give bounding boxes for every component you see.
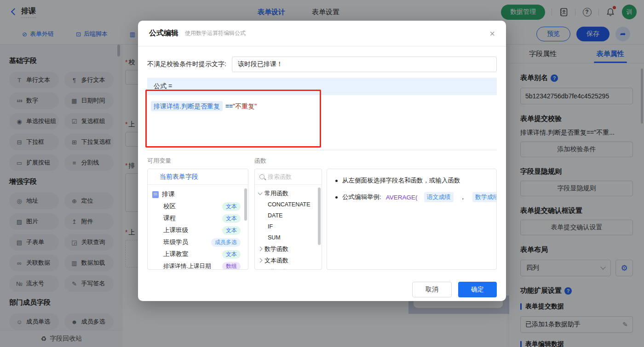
close-icon[interactable]: × (489, 29, 495, 38)
variable-item[interactable]: 课程文本 (152, 212, 243, 224)
bullet-dot (335, 180, 338, 182)
tip-line-1: 从左侧面板选择字段名和函数，或输入函数 (335, 176, 488, 185)
function-item-concatenate[interactable]: CONCATENATE (259, 199, 318, 210)
formula-edit-dialog: 公式编辑 使用数学运算符编辑公式 × 不满足校验条件时提示文字: 公式 = 排课… (138, 21, 506, 301)
functions-label: 函数 (254, 157, 266, 165)
type-badge: 文本 (222, 214, 241, 223)
variable-item[interactable]: 上课班级文本 (152, 224, 243, 236)
function-search-input[interactable] (268, 173, 314, 180)
formula-operator: == (225, 102, 233, 110)
variable-item[interactable]: 校区文本 (152, 200, 243, 212)
search-icon (259, 174, 264, 179)
variables-scrollbar[interactable] (244, 188, 247, 221)
function-group-math[interactable]: 数学函数 (259, 243, 318, 255)
tree-root-label: 排课 (162, 190, 175, 199)
dialog-subtitle: 使用数学运算符编辑公式 (185, 29, 246, 37)
variables-tree: 排课 校区文本 课程文本 上课班级文本 班级学员成员多选 上课教室文本 排课详情… (148, 185, 248, 270)
panels-row: 当前表单字段 排课 校区文本 课程文本 上课班级文本 班级学员成员多选 上课教室… (147, 169, 497, 270)
confirm-button[interactable]: 确定 (458, 282, 497, 297)
function-group-text[interactable]: 文本函数 (259, 255, 318, 266)
dialog-body: 不满足校验条件时提示文字: 公式 = 排课详情.判断是否重复=="不重复" 可用… (138, 57, 506, 311)
type-badge: 文本 (222, 202, 241, 211)
formula-header-bar: 公式 = (147, 78, 497, 95)
functions-panel: 常用函数 CONCATENATE DATE IF SUM 数学函数 文本函数 日… (254, 169, 322, 270)
variable-item[interactable]: 班级学员成员多选 (152, 236, 243, 248)
variables-panel: 当前表单字段 排课 校区文本 课程文本 上课班级文本 班级学员成员多选 上课教室… (147, 169, 248, 270)
variables-label: 可用变量 (147, 157, 254, 165)
chevron-down-icon (258, 190, 263, 195)
chevron-right-icon (258, 258, 263, 263)
example-function-open: AVERAGE( (386, 194, 418, 201)
type-badge: 文本 (222, 250, 241, 259)
panel-labels-row: 可用变量 函数 (147, 157, 497, 165)
function-group-common[interactable]: 常用函数 (259, 188, 318, 199)
functions-tree: 常用函数 CONCATENATE DATE IF SUM 数学函数 文本函数 日… (255, 185, 322, 270)
formula-value: "不重复" (233, 102, 257, 110)
dialog-footer: 取消 确定 (147, 282, 497, 297)
type-badge: 成员多选 (211, 238, 241, 247)
dialog-title: 公式编辑 (149, 28, 178, 38)
functions-scrollbar[interactable] (318, 188, 321, 245)
tab-current-form-fields[interactable]: 当前表单字段 (148, 169, 248, 185)
function-item-date[interactable]: DATE (259, 210, 318, 221)
formula-editor-area[interactable]: 排课详情.判断是否重复=="不重复" (147, 95, 497, 150)
example-chip: 语文成绩 (424, 192, 454, 202)
form-doc-icon (152, 191, 159, 198)
tips-content: 从左侧面板选择字段名和函数，或输入函数 公式编辑举例: AVERAGE(语文成绩… (327, 169, 496, 217)
tip-line-2: 公式编辑举例: AVERAGE(语文成绩，数学成绩) (335, 192, 488, 202)
alert-text-row: 不满足校验条件时提示文字: (147, 57, 497, 72)
dialog-header: 公式编辑 使用数学运算符编辑公式 × (138, 21, 506, 46)
alert-text-label: 不满足校验条件时提示文字: (147, 60, 226, 68)
function-item-if[interactable]: IF (259, 221, 318, 232)
formula-field-chip[interactable]: 排课详情.判断是否重复 (151, 101, 223, 111)
type-badge: 数组 (222, 262, 241, 270)
bullet-dot (335, 196, 338, 199)
variable-item[interactable]: 排课详情.上课日期数组 (152, 260, 243, 270)
function-item-sum[interactable]: SUM (259, 232, 318, 243)
function-search-row (255, 169, 322, 185)
alert-text-input[interactable] (232, 57, 497, 72)
function-group-date[interactable]: 日期函数 (259, 266, 318, 270)
tips-panel: 从左侧面板选择字段名和函数，或输入函数 公式编辑举例: AVERAGE(语文成绩… (327, 169, 497, 270)
type-badge: 文本 (222, 226, 241, 235)
cancel-button[interactable]: 取消 (412, 282, 452, 297)
tree-root-form[interactable]: 排课 (152, 188, 243, 200)
example-chip: 数学成绩 (472, 192, 497, 202)
chevron-right-icon (258, 247, 263, 251)
variable-item[interactable]: 上课教室文本 (152, 248, 243, 260)
